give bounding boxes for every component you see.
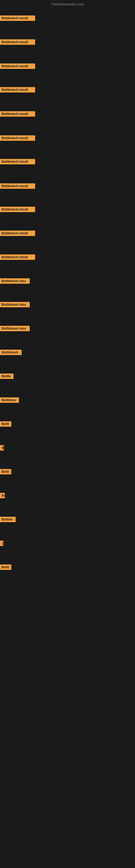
bottleneck-result-label: Bottleneck result xyxy=(0,230,35,236)
bottleneck-result-label: Bottleneck result xyxy=(0,16,35,21)
bottleneck-result-label: Bottleneck result xyxy=(0,39,35,45)
bottleneck-result-label: Bottleneck result xyxy=(0,111,35,117)
site-title: TheBottlenecker.com xyxy=(0,2,135,6)
bottleneck-result-label: Bottleneck result xyxy=(0,254,35,260)
bottleneck-result-label: Bo xyxy=(0,493,5,498)
bottleneck-result-label: Bottleneck resu xyxy=(0,326,30,331)
bottleneck-result-label: Bottlen xyxy=(0,517,16,522)
bottleneck-result-label: Bottle xyxy=(0,373,13,379)
bottleneck-result-label: Bottl xyxy=(0,564,11,570)
bottleneck-result-label: B xyxy=(0,445,4,451)
bottleneck-result-label: Bottleneck result xyxy=(0,63,35,69)
bottleneck-result-label: Bottleneck result xyxy=(0,159,35,164)
bottleneck-result-label: Bottleneck resu xyxy=(0,302,30,307)
bottleneck-result-label: Bottleneck result xyxy=(0,135,35,141)
bottleneck-result-label: Bottleneck result xyxy=(0,87,35,93)
bottleneck-result-label: Bottl xyxy=(0,469,11,474)
bottleneck-result-label: Bottleneck xyxy=(0,350,21,355)
bottleneck-result-label: Bottleneck resu xyxy=(0,278,30,284)
bottleneck-result-label: | xyxy=(0,540,3,546)
bottleneck-result-label: Bottleneck result xyxy=(0,183,35,189)
bottleneck-result-label: Bottlenec xyxy=(0,397,19,403)
bottleneck-result-label: Bottl xyxy=(0,421,11,427)
bottleneck-result-label: Bottleneck result xyxy=(0,207,35,212)
